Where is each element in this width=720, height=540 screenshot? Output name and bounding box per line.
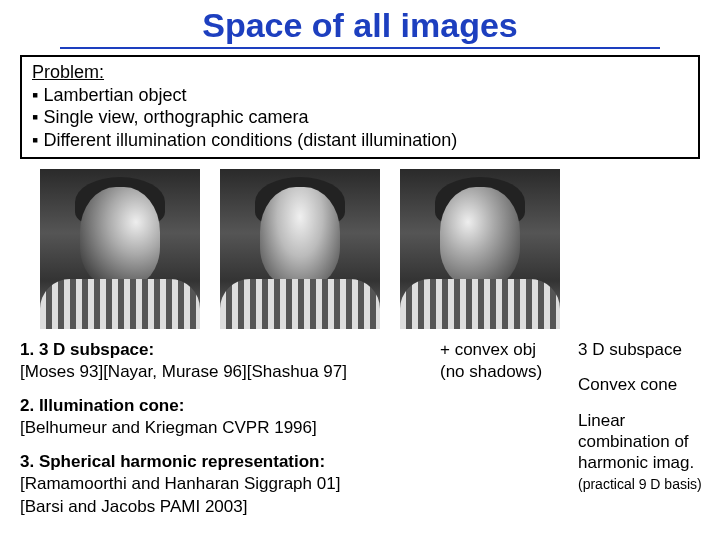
problem-bullet: Lambertian object [32,84,688,107]
problem-bullet: Different illumination conditions (dista… [32,129,688,152]
approach-3-refs-2: [Barsi and Jacobs PAMI 2003] [20,497,247,516]
face-image-3 [400,169,560,329]
approach-3-refs-1: [Ramamoorthi and Hanharan Siggraph 01] [20,474,340,493]
problem-heading: Problem: [32,62,104,82]
lower-content: 1. 3 D subspace: [Moses 93][Nayar, Muras… [0,339,720,530]
mid-line-2: (no shadows) [440,362,542,381]
example-images-row [0,169,720,329]
results-column: 3 D subspace Convex cone Linear combinat… [570,339,708,530]
mid-line-1: + convex obj [440,340,536,359]
approach-2-refs: [Belhumeur and Kriegman CVPR 1996] [20,418,317,437]
face-image-1 [40,169,200,329]
result-1: 3 D subspace [578,339,708,360]
middle-note: + convex obj (no shadows) [440,339,570,530]
approach-1-title: 1. 3 D subspace: [20,340,154,359]
approach-1-refs: [Moses 93][Nayar, Murase 96][Shashua 97] [20,362,347,381]
problem-bullet: Single view, orthographic camera [32,106,688,129]
face-image-2 [220,169,380,329]
approach-3-title: 3. Spherical harmonic representation: [20,452,325,471]
result-3-note: (practical 9 D basis) [578,476,702,492]
result-2: Convex cone [578,374,708,395]
slide-title: Space of all images [60,0,660,49]
approaches-list: 1. 3 D subspace: [Moses 93][Nayar, Muras… [20,339,440,530]
approach-2-title: 2. Illumination cone: [20,396,184,415]
problem-box: Problem: Lambertian object Single view, … [20,55,700,159]
result-3: Linear combination of harmonic imag. [578,411,694,473]
